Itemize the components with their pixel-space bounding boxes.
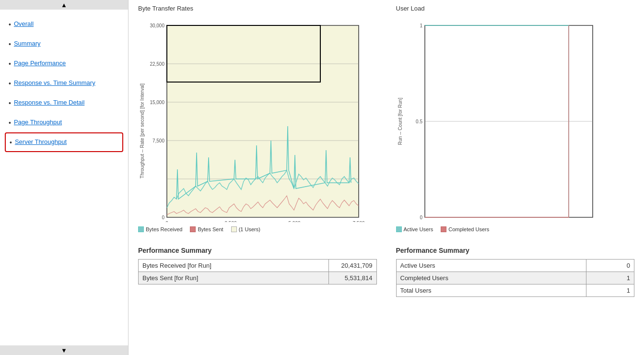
sidebar: ▲ • Overall • Summary • Page Performance… bbox=[0, 0, 129, 355]
legend-bytes-received-box bbox=[138, 226, 144, 232]
byte-transfer-title: Byte Transfer Rates bbox=[138, 5, 377, 12]
bullet-icon: • bbox=[9, 119, 11, 127]
bullet-icon: • bbox=[9, 60, 11, 68]
sidebar-item-page-performance[interactable]: • Page Performance bbox=[5, 54, 123, 73]
byte-transfer-legend: Bytes Received Bytes Sent (1 Users) bbox=[138, 226, 377, 232]
byte-summary-table: Bytes Received [for Run] 20,431,709 Byte… bbox=[138, 259, 377, 284]
legend-active-users-label: Active Users bbox=[404, 226, 433, 232]
legend-bytes-sent-label: Bytes Sent bbox=[198, 226, 223, 232]
legend-users-box bbox=[231, 226, 237, 232]
active-users-value: 0 bbox=[586, 260, 634, 272]
sidebar-link-page-performance[interactable]: Page Performance bbox=[14, 59, 66, 67]
byte-received-value: 20,431,709 bbox=[328, 260, 376, 272]
legend-users-box-item: (1 Users) bbox=[231, 226, 260, 232]
svg-text:0: 0 bbox=[162, 215, 164, 220]
byte-summary-section: Performance Summary Bytes Received [for … bbox=[138, 247, 377, 297]
sidebar-item-overall[interactable]: • Overall bbox=[5, 14, 123, 34]
svg-text:30,000: 30,000 bbox=[150, 23, 164, 28]
scroll-down-button[interactable]: ▼ bbox=[0, 345, 128, 355]
legend-bytes-received: Bytes Received bbox=[138, 226, 182, 232]
bullet-icon: • bbox=[9, 40, 11, 48]
byte-transfer-area: Throughput -- Rate [per second] [for Int… bbox=[138, 16, 377, 224]
byte-transfer-svg: Throughput -- Rate [per second] [for Int… bbox=[138, 16, 368, 222]
scroll-up-button[interactable]: ▲ bbox=[0, 0, 128, 10]
svg-text:Run -- Count [for Run]: Run -- Count [for Run] bbox=[398, 98, 403, 145]
total-users-value: 1 bbox=[586, 284, 634, 297]
svg-text:0: 0 bbox=[165, 221, 168, 222]
svg-text:2,500: 2,500 bbox=[224, 221, 236, 222]
svg-text:22,500: 22,500 bbox=[150, 61, 164, 67]
scroll-down-icon: ▼ bbox=[61, 347, 67, 354]
completed-users-value: 1 bbox=[586, 272, 634, 284]
legend-active-users-box bbox=[396, 226, 402, 232]
total-users-label: Total Users bbox=[396, 284, 586, 297]
byte-transfer-chart: Byte Transfer Rates Throughput -- Rate [… bbox=[138, 5, 377, 232]
main-content: Byte Transfer Rates Throughput -- Rate [… bbox=[129, 0, 644, 355]
table-row: Bytes Sent [for Run] 5,531,814 bbox=[139, 272, 377, 284]
sidebar-link-page-throughput[interactable]: Page Throughput bbox=[14, 118, 62, 126]
legend-bytes-received-label: Bytes Received bbox=[146, 226, 182, 232]
sidebar-item-page-throughput[interactable]: • Page Throughput bbox=[5, 113, 123, 132]
bullet-icon: • bbox=[9, 21, 11, 28]
svg-text:0.5: 0.5 bbox=[416, 119, 422, 124]
svg-text:7,500: 7,500 bbox=[152, 138, 164, 143]
user-summary-table: Active Users 0 Completed Users 1 Total U… bbox=[396, 259, 635, 297]
sidebar-nav: • Overall • Summary • Page Performance •… bbox=[5, 10, 123, 157]
table-row: Completed Users 1 bbox=[396, 272, 634, 284]
byte-received-label: Bytes Received [for Run] bbox=[139, 260, 329, 272]
summary-row: Performance Summary Bytes Received [for … bbox=[138, 247, 634, 297]
user-load-area: Run -- Count [for Run] 1 0.5 0 bbox=[396, 16, 635, 224]
svg-text:5,000: 5,000 bbox=[288, 221, 300, 222]
svg-text:0: 0 bbox=[420, 215, 422, 220]
sidebar-link-summary[interactable]: Summary bbox=[14, 40, 41, 47]
svg-text:15,000: 15,000 bbox=[150, 100, 164, 105]
svg-rect-1 bbox=[167, 25, 359, 83]
user-load-svg: Run -- Count [for Run] 1 0.5 0 bbox=[396, 16, 602, 222]
legend-active-users: Active Users bbox=[396, 226, 433, 232]
svg-text:Nov 8, 2016 1:30:00 PM: Nov 8, 2016 1:30:00 PM bbox=[545, 221, 592, 222]
svg-text:7,500: 7,500 bbox=[352, 221, 364, 222]
sidebar-item-response-time-summary[interactable]: • Response vs. Time Summary bbox=[5, 73, 123, 93]
svg-text:1: 1 bbox=[420, 23, 422, 28]
byte-sent-value: 5,531,814 bbox=[328, 272, 376, 284]
legend-bytes-sent-box bbox=[190, 226, 196, 232]
legend-completed-users-box bbox=[441, 226, 446, 232]
sidebar-link-response-time-summary[interactable]: Response vs. Time Summary bbox=[14, 79, 95, 86]
legend-bytes-sent: Bytes Sent bbox=[190, 226, 223, 232]
sidebar-link-server-throughput[interactable]: Server Throughput bbox=[15, 138, 67, 145]
user-load-legend: Active Users Completed Users bbox=[396, 226, 635, 232]
scroll-up-icon: ▲ bbox=[61, 1, 67, 9]
user-load-title: User Load bbox=[396, 5, 635, 12]
table-row: Total Users 1 bbox=[396, 284, 634, 297]
user-summary-title: Performance Summary bbox=[396, 247, 635, 254]
completed-users-label: Completed Users bbox=[396, 272, 586, 284]
bullet-icon: • bbox=[10, 139, 12, 146]
bullet-icon: • bbox=[9, 80, 11, 87]
sidebar-link-response-time-detail[interactable]: Response vs. Time Detail bbox=[14, 99, 84, 106]
bullet-icon: • bbox=[9, 99, 11, 107]
sidebar-item-response-time-detail[interactable]: • Response vs. Time Detail bbox=[5, 93, 123, 113]
legend-users-label: (1 Users) bbox=[239, 226, 260, 232]
sidebar-link-overall[interactable]: Overall bbox=[14, 20, 34, 27]
legend-completed-users: Completed Users bbox=[441, 226, 489, 232]
legend-completed-users-label: Completed Users bbox=[448, 226, 489, 232]
sidebar-item-summary[interactable]: • Summary bbox=[5, 34, 123, 54]
user-load-chart: User Load Run -- Count [for Run] 1 0.5 0 bbox=[396, 5, 635, 232]
byte-summary-title: Performance Summary bbox=[138, 247, 377, 254]
sidebar-item-server-throughput[interactable]: • Server Throughput bbox=[5, 132, 123, 152]
table-row: Bytes Received [for Run] 20,431,709 bbox=[139, 260, 377, 272]
active-users-label: Active Users bbox=[396, 260, 586, 272]
svg-rect-2 bbox=[167, 83, 359, 217]
table-row: Active Users 0 bbox=[396, 260, 634, 272]
charts-row: Byte Transfer Rates Throughput -- Rate [… bbox=[138, 5, 634, 232]
byte-sent-label: Bytes Sent [for Run] bbox=[139, 272, 329, 284]
svg-text:Throughput -- Rate [per second: Throughput -- Rate [per second] [for Int… bbox=[140, 83, 145, 178]
svg-text:Nov 8, 2016 12:00:00 PM: Nov 8, 2016 12:00:00 PM bbox=[400, 221, 449, 222]
user-summary-section: Performance Summary Active Users 0 Compl… bbox=[396, 247, 635, 297]
